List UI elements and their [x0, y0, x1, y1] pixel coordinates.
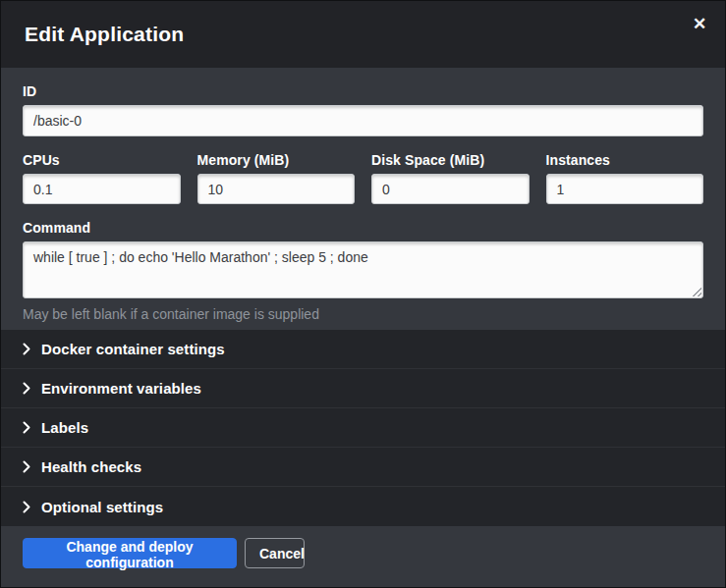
instances-field-group: Instances: [546, 152, 704, 204]
section-label: Labels: [41, 419, 88, 436]
instances-label: Instances: [546, 152, 704, 168]
modal-header: Edit Application ✕: [1, 1, 725, 68]
command-field-group: while [ true ] ; do echo 'Hello Marathon…: [23, 241, 703, 298]
modal-title: Edit Application: [25, 23, 184, 46]
disk-space-label: Disk Space (MiB): [371, 152, 530, 168]
section-label: Environment variables: [41, 380, 201, 397]
section-label: Optional settings: [41, 499, 163, 515]
cpus-field-group: CPUs: [23, 152, 181, 204]
id-label: ID: [23, 83, 703, 99]
chevron-right-icon: [23, 421, 30, 434]
chevron-right-icon: [23, 460, 30, 473]
modal-footer: Change and deploy configuration Cancel: [1, 526, 725, 587]
section-docker-container-settings[interactable]: Docker container settings: [1, 330, 725, 369]
resources-row: CPUs Memory (MiB) Disk Space (MiB) Insta…: [23, 152, 703, 204]
section-labels[interactable]: Labels: [1, 408, 725, 448]
section-environment-variables[interactable]: Environment variables: [1, 369, 725, 408]
disk-space-input[interactable]: [371, 174, 530, 204]
section-health-checks[interactable]: Health checks: [1, 448, 725, 487]
command-textarea[interactable]: while [ true ] ; do echo 'Hello Marathon…: [23, 241, 703, 298]
section-label: Health checks: [41, 458, 141, 475]
change-and-deploy-button[interactable]: Change and deploy configuration: [23, 538, 237, 568]
form-area: ID CPUs Memory (MiB) Disk Space (MiB) In…: [1, 68, 725, 330]
command-help-text: May be left blank if a container image i…: [23, 306, 703, 322]
cpus-input[interactable]: [23, 174, 181, 204]
chevron-right-icon: [23, 501, 30, 513]
chevron-right-icon: [23, 382, 30, 395]
memory-label: Memory (MiB): [197, 152, 356, 168]
section-optional-settings[interactable]: Optional settings: [1, 487, 725, 526]
memory-field-group: Memory (MiB): [197, 152, 356, 204]
cpus-label: CPUs: [23, 152, 181, 168]
command-label: Command: [23, 220, 703, 236]
accordion-sections: Docker container settings Environment va…: [1, 330, 725, 526]
memory-input[interactable]: [197, 174, 356, 204]
edit-application-modal: Edit Application ✕ ID CPUs Memory (MiB) …: [0, 0, 726, 588]
close-icon[interactable]: ✕: [688, 13, 711, 36]
chevron-right-icon: [23, 343, 30, 355]
disk-field-group: Disk Space (MiB): [371, 152, 530, 204]
id-input[interactable]: [23, 105, 703, 136]
section-label: Docker container settings: [41, 341, 225, 357]
cancel-button[interactable]: Cancel: [245, 538, 305, 568]
instances-input[interactable]: [546, 174, 704, 204]
